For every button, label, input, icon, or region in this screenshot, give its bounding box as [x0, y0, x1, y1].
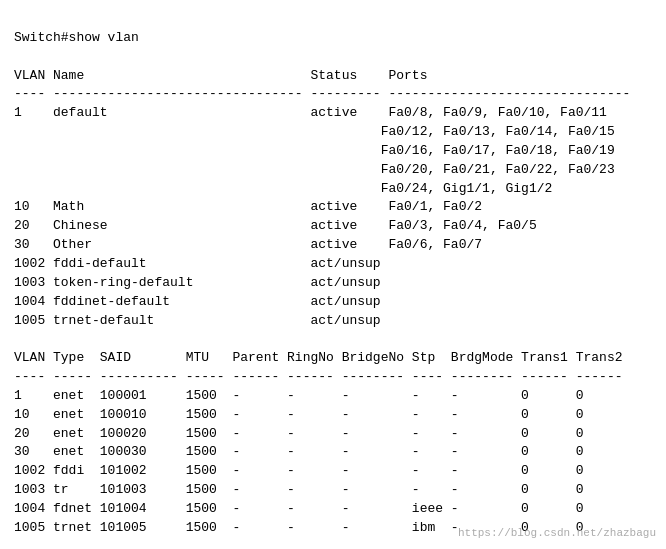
vlan1-line3: Fa0/16, Fa0/17, Fa0/18, Fa0/19 [14, 143, 615, 158]
divider1: ---- -------------------------------- --… [14, 86, 630, 101]
vlan20-line: 20 Chinese active Fa0/3, Fa0/4, Fa0/5 [14, 218, 537, 233]
detail10: 10 enet 100010 1500 - - - - - 0 0 [14, 407, 584, 422]
vlan30-line: 30 Other active Fa0/6, Fa0/7 [14, 237, 482, 252]
vlan1-line4: Fa0/20, Fa0/21, Fa0/22, Fa0/23 [14, 162, 615, 177]
detail1002: 1002 fddi 101002 1500 - - - - - 0 0 [14, 463, 584, 478]
vlan1-line5: Fa0/24, Gig1/1, Gig1/2 [14, 181, 552, 196]
detail1004: 1004 fdnet 101004 1500 - - - ieee - 0 0 [14, 501, 584, 516]
terminal-output: Switch#show vlan VLAN Name Status Ports … [14, 10, 652, 549]
detail1003: 1003 tr 101003 1500 - - - - - 0 0 [14, 482, 584, 497]
vlan1002-line: 1002 fddi-default act/unsup [14, 256, 381, 271]
vlan1004-line: 1004 fddinet-default act/unsup [14, 294, 381, 309]
vlan1-line1: 1 default active Fa0/8, Fa0/9, Fa0/10, F… [14, 105, 607, 120]
vlan10-line: 10 Math active Fa0/1, Fa0/2 [14, 199, 482, 214]
detail30: 30 enet 100030 1500 - - - - - 0 0 [14, 444, 584, 459]
header1: VLAN Name Status Ports [14, 68, 427, 83]
vlan1003-line: 1003 token-ring-default act/unsup [14, 275, 381, 290]
header2: VLAN Type SAID MTU Parent RingNo BridgeN… [14, 350, 623, 365]
watermark: https://blog.csdn.net/zhazbagu [458, 527, 656, 539]
vlan1005-line: 1005 trnet-default act/unsup [14, 313, 381, 328]
divider2: ---- ----- ---------- ----- ------ -----… [14, 369, 623, 384]
vlan1-line2: Fa0/12, Fa0/13, Fa0/14, Fa0/15 [14, 124, 615, 139]
detail1: 1 enet 100001 1500 - - - - - 0 0 [14, 388, 584, 403]
command-line: Switch#show vlan [14, 30, 139, 45]
detail20: 20 enet 100020 1500 - - - - - 0 0 [14, 426, 584, 441]
